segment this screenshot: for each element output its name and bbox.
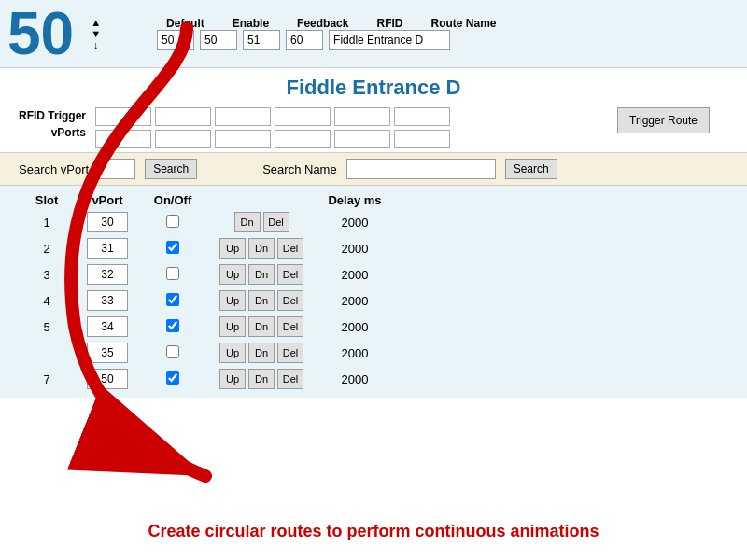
header-input-row [157,30,740,50]
table-row: 5 Up Dn Del 2000 [19,314,728,340]
search-name-input[interactable] [346,159,496,179]
table-row: 7 Up Dn Del 2000 [19,366,728,392]
checkbox-1[interactable] [166,241,179,254]
rfid-input-2[interactable] [155,107,211,126]
del-btn-5[interactable]: Del [277,343,303,363]
vport-input-3[interactable] [215,130,271,148]
column-headers: Default Enable Feedback RFID Route Name [166,17,740,30]
dn-btn-2[interactable]: Dn [248,264,275,285]
vports-label: vPorts [19,126,86,139]
search-name-button[interactable]: Search [505,159,557,179]
cell-vport-3 [75,290,140,311]
up-btn-3[interactable]: Up [219,290,246,311]
sort-dn-icon[interactable]: ▼ [91,28,101,39]
up-btn-1[interactable]: Up [219,238,246,259]
default-input[interactable] [157,30,194,50]
cell-vport-0 [75,212,140,232]
vport-field-5[interactable] [87,343,128,363]
vport-input-6[interactable] [394,130,450,148]
vport-input-5[interactable] [334,130,390,148]
rfid-input[interactable] [286,30,323,50]
cell-delay-2: 2000 [317,268,392,282]
cell-onoff-6 [140,371,205,387]
dn-btn-6[interactable]: Dn [248,369,275,389]
rfid-input-4[interactable] [275,107,331,126]
up-btn-5[interactable]: Up [219,343,246,363]
search-vport-input[interactable] [98,159,135,179]
table-headers: Slot vPort On/Off Delay ms [19,191,728,209]
del-btn-2[interactable]: Del [277,264,303,285]
rfid-inputs [95,107,450,148]
bottom-text: Create circular routes to perform contin… [0,514,747,549]
sort-controls[interactable]: ▲ ▼ ↓ [91,17,101,50]
dn-btn-3[interactable]: Dn [248,290,275,311]
checkbox-5[interactable] [166,345,179,358]
up-btn-6[interactable]: Up [219,369,246,389]
cell-actions-2: Up Dn Del [205,264,317,285]
rfid-labels: RFID Trigger vPorts [19,107,86,139]
cell-actions-3: Up Dn Del [205,290,317,311]
header-delay: Delay ms [317,193,392,207]
vport-input-1[interactable] [95,130,151,148]
search-vport-label: Search vPort [19,162,89,176]
cell-onoff-2 [140,267,205,283]
col-route-name: Route Name [430,17,496,30]
cell-actions-0: Dn Del [205,212,317,232]
table-row: 3 Up Dn Del 2000 [19,261,728,287]
cell-onoff-0 [140,215,205,231]
cell-delay-4: 2000 [317,320,392,334]
cell-vport-1 [75,238,140,259]
cell-vport-6 [75,369,140,389]
dn-btn-4[interactable]: Dn [248,316,275,337]
checkbox-0[interactable] [166,215,179,228]
cell-onoff-1 [140,241,205,257]
rfid-row-1 [95,107,450,126]
cell-slot-6: 7 [19,372,75,386]
sort-up-icon[interactable]: ▲ [91,17,101,28]
del-btn-6[interactable]: Del [277,369,303,389]
checkbox-2[interactable] [166,267,179,280]
vport-field-1[interactable] [87,238,128,259]
vport-field-4[interactable] [87,316,128,337]
rfid-input-5[interactable] [334,107,390,126]
cell-vport-5 [75,343,140,363]
route-name-input[interactable] [329,30,450,50]
rfid-input-1[interactable] [95,107,151,126]
cell-delay-5: 2000 [317,346,392,360]
cell-onoff-4 [140,319,205,335]
dn-btn-0[interactable]: Dn [234,212,261,232]
cell-slot-0: 1 [19,216,75,230]
vport-input-2[interactable] [155,130,211,148]
cell-slot-3: 4 [19,294,75,308]
rfid-input-6[interactable] [394,107,450,126]
header-data: Default Enable Feedback RFID Route Name [110,17,740,50]
vport-field-3[interactable] [87,290,128,311]
checkbox-3[interactable] [166,293,179,306]
up-btn-2[interactable]: Up [219,264,246,285]
dn-btn-5[interactable]: Dn [248,343,275,363]
vport-field-6[interactable] [87,369,128,389]
del-btn-3[interactable]: Del [277,290,303,311]
cell-slot-2: 3 [19,268,75,282]
vport-field-0[interactable] [87,212,128,232]
dn-btn-1[interactable]: Dn [248,238,275,259]
checkbox-6[interactable] [166,371,179,385]
search-vport-button[interactable]: Search [145,159,197,179]
cell-actions-5: Up Dn Del [205,343,317,363]
cell-slot-1: 2 [19,242,75,256]
cell-onoff-3 [140,293,205,309]
rfid-input-3[interactable] [215,107,271,126]
del-btn-1[interactable]: Del [277,238,303,259]
del-btn-0[interactable]: Del [263,212,289,232]
cell-vport-2 [75,264,140,285]
enable-input[interactable] [200,30,237,50]
checkbox-4[interactable] [166,319,179,332]
feedback-input[interactable] [243,30,280,50]
page-title: Fiddle Entrance D [0,68,747,104]
trigger-route-button[interactable]: Trigger Route [617,107,710,133]
vport-input-4[interactable] [275,130,331,148]
rfid-trigger-label: RFID Trigger [19,109,86,122]
del-btn-4[interactable]: Del [277,316,303,337]
up-btn-4[interactable]: Up [219,316,246,337]
vport-field-2[interactable] [87,264,128,285]
